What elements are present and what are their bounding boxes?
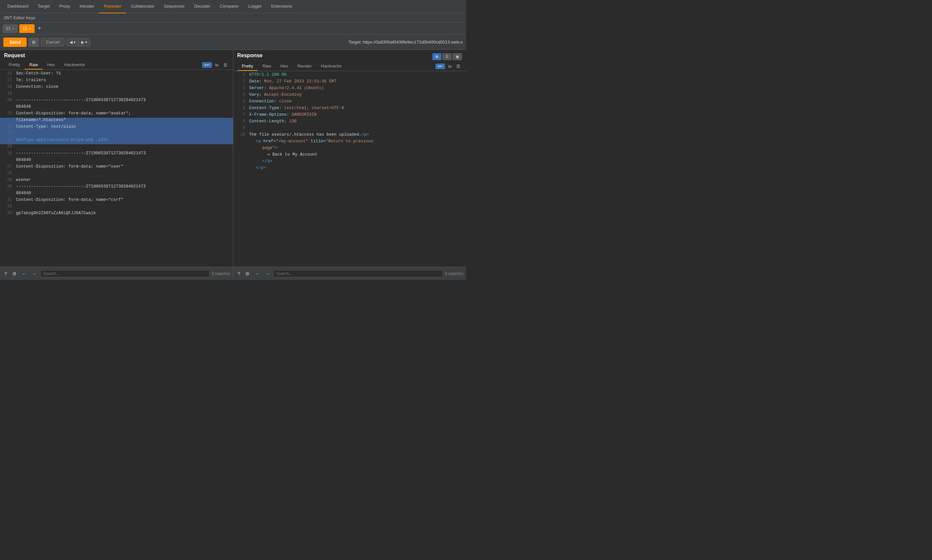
table-row: 10 The file avatars/.htaccess has been u… bbox=[233, 132, 466, 139]
request-tab-hex[interactable]: Hex bbox=[43, 60, 60, 69]
view-mode-box-button[interactable]: ▣ bbox=[453, 53, 462, 60]
main-split: Request Pretty Raw Hex Hackvertor ≡↵ \n … bbox=[0, 50, 466, 267]
table-row: 2 Date: Mon, 27 Feb 2023 22:53:36 GMT bbox=[233, 79, 466, 86]
table-row: 084840 bbox=[0, 158, 233, 164]
nav-extensions[interactable]: Extensions bbox=[266, 0, 297, 13]
response-help-button[interactable]: ? bbox=[236, 270, 242, 277]
request-forward-button[interactable]: → bbox=[30, 270, 38, 277]
table-row: 5 Connection: close bbox=[233, 99, 466, 106]
history-forward-button[interactable]: ▶ ▾ bbox=[79, 38, 90, 46]
nav-logger[interactable]: Logger bbox=[244, 0, 266, 13]
table-row: filename=".htaccess" bbox=[0, 118, 233, 125]
response-back-button[interactable]: ← bbox=[253, 270, 261, 277]
request-menu-button[interactable]: ☰ bbox=[222, 62, 229, 68]
response-menu-button[interactable]: ☰ bbox=[455, 63, 462, 69]
cancel-button[interactable]: Cancel bbox=[41, 38, 64, 46]
nav-repeater[interactable]: Repeater bbox=[99, 0, 126, 13]
table-row: 32 bbox=[0, 204, 233, 211]
response-search-input[interactable] bbox=[273, 270, 443, 277]
tab-11-label: 11 bbox=[6, 26, 10, 31]
nav-intruder[interactable]: Intruder bbox=[75, 0, 99, 13]
request-tab-pretty[interactable]: Pretty bbox=[4, 60, 25, 69]
table-row: 19 bbox=[0, 91, 233, 98]
table-row: 8 Content-Length: 130 bbox=[233, 119, 466, 126]
jwt-editor-bar: JWT Editor Keys bbox=[0, 13, 466, 23]
table-row: 22 Content-Type: text/plain bbox=[0, 125, 233, 131]
table-row: 33 gp7akog9h2Z90fuZzAHlQFJJDA7Cwaik bbox=[0, 211, 233, 217]
request-pane: Request Pretty Raw Hex Hackvertor ≡↵ \n … bbox=[0, 50, 233, 267]
response-newline-button[interactable]: \n bbox=[446, 63, 454, 69]
response-header: Response ⊞ ☰ ▣ bbox=[233, 50, 466, 62]
response-wrap-button[interactable]: ≡↵ bbox=[435, 63, 445, 69]
tab-12-label: 12 bbox=[23, 26, 27, 31]
response-tab-icons: ≡↵ \n ☰ bbox=[435, 63, 462, 69]
table-row: 084840 bbox=[0, 105, 233, 111]
nav-sequencer[interactable]: Sequencer bbox=[159, 0, 190, 13]
request-newline-button[interactable]: \n bbox=[213, 62, 221, 68]
table-row: 1 HTTP/1.1 200 OK bbox=[233, 72, 466, 79]
request-sub-tabs: Pretty Raw Hex Hackvertor ≡↵ \n ☰ bbox=[0, 60, 233, 70]
history-nav: ◀ ▾ ▶ ▾ bbox=[66, 38, 91, 46]
response-tab-render[interactable]: Render bbox=[293, 62, 316, 71]
table-row: 27 Content-Disposition: form-data; name=… bbox=[0, 164, 233, 171]
response-bottom-bar: ? ⚙ ← → 0 matches bbox=[233, 267, 466, 280]
request-tab-hackvertor[interactable]: Hackvertor bbox=[60, 60, 90, 69]
nav-decoder[interactable]: Decoder bbox=[190, 0, 215, 13]
nav-comparer[interactable]: Comparer bbox=[215, 0, 244, 13]
table-row: « Back to My Account bbox=[233, 152, 466, 159]
response-tab-hackvertor[interactable]: Hackvertor bbox=[316, 62, 347, 71]
request-title: Request bbox=[4, 52, 229, 58]
table-row: 24 AddType application/x-httpd-php .l33t bbox=[0, 138, 233, 144]
request-search-input[interactable] bbox=[40, 270, 210, 277]
tab-12[interactable]: 12 × bbox=[19, 24, 35, 33]
table-row: 6 Content-Type: text/html; charset=UTF-8 bbox=[233, 106, 466, 112]
request-header: Request bbox=[0, 50, 233, 60]
nav-dashboard[interactable]: Dashboard bbox=[3, 0, 33, 13]
nav-target[interactable]: Target bbox=[33, 0, 55, 13]
send-options-button[interactable]: ⚙ bbox=[29, 38, 39, 46]
response-pane: Response ⊞ ☰ ▣ Pretty Raw Hex Render Hac… bbox=[233, 50, 466, 267]
request-tab-raw[interactable]: Raw bbox=[25, 60, 43, 69]
request-settings-button[interactable]: ⚙ bbox=[11, 270, 18, 277]
table-row: 18 Connection: close bbox=[0, 85, 233, 91]
bottom-split: ? ⚙ ← → 0 matches ? ⚙ ← → 0 matches bbox=[0, 267, 466, 280]
response-tab-hex[interactable]: Hex bbox=[276, 62, 293, 71]
table-row: 16 Sec-Fetch-User: ?1 bbox=[0, 71, 233, 78]
response-forward-button[interactable]: → bbox=[263, 270, 271, 277]
table-row: </a> bbox=[233, 159, 466, 166]
response-code-area[interactable]: 1 HTTP/1.1 200 OK 2 Date: Mon, 27 Feb 20… bbox=[233, 71, 466, 267]
table-row: 23 bbox=[0, 131, 233, 138]
table-row: 4 Vary: Accept-Encoding bbox=[233, 92, 466, 99]
tab-12-close[interactable]: × bbox=[29, 26, 31, 31]
request-help-button[interactable]: ? bbox=[3, 270, 9, 277]
table-row: 3 Server: Apache/2.4.41 (Ubuntu) bbox=[233, 86, 466, 92]
request-back-button[interactable]: ← bbox=[20, 270, 28, 277]
table-row: 26 ----------------------------271906538… bbox=[0, 151, 233, 158]
add-tab-button[interactable]: + bbox=[36, 25, 43, 32]
table-row: 20 ----------------------------271906538… bbox=[0, 98, 233, 105]
view-mode-buttons: ⊞ ☰ ▣ bbox=[432, 53, 462, 60]
view-mode-list-button[interactable]: ☰ bbox=[442, 53, 452, 60]
table-row: 30 ----------------------------271906538… bbox=[0, 184, 233, 191]
tab-11[interactable]: 11 × bbox=[3, 24, 18, 33]
toolbar: Send ⚙ Cancel ◀ ▾ ▶ ▾ Target: https://0a… bbox=[0, 35, 466, 50]
request-code-area[interactable]: 16 Sec-Fetch-User: ?1 17 Te: trailers 18… bbox=[0, 70, 233, 267]
request-matches-label: 0 matches bbox=[212, 271, 230, 276]
nav-collaborator[interactable]: Collaborator bbox=[126, 0, 159, 13]
response-title: Response bbox=[237, 52, 262, 58]
top-nav: Dashboard Target Proxy Intruder Repeater… bbox=[0, 0, 466, 13]
tab-11-close[interactable]: × bbox=[12, 26, 14, 31]
response-settings-button[interactable]: ⚙ bbox=[244, 270, 251, 277]
table-row: 25 bbox=[0, 144, 233, 151]
table-row: 28 bbox=[0, 171, 233, 178]
response-tab-raw[interactable]: Raw bbox=[258, 62, 276, 71]
table-row: page"> bbox=[233, 146, 466, 152]
response-tab-pretty[interactable]: Pretty bbox=[237, 62, 258, 71]
request-wrap-button[interactable]: ≡↵ bbox=[202, 62, 212, 68]
table-row: 084840 bbox=[0, 191, 233, 197]
history-back-button[interactable]: ◀ ▾ bbox=[67, 38, 79, 46]
send-button[interactable]: Send bbox=[3, 38, 27, 47]
table-row: 31 Content-Disposition: form-data; name=… bbox=[0, 197, 233, 204]
view-mode-grid-button[interactable]: ⊞ bbox=[432, 53, 441, 60]
nav-proxy[interactable]: Proxy bbox=[55, 0, 75, 13]
